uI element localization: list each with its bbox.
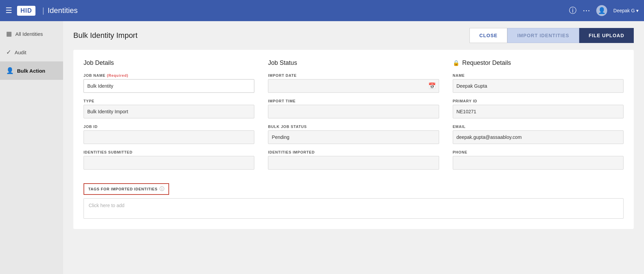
type-field: TYPE <box>84 99 254 118</box>
info-icon: ⓘ <box>160 186 164 192</box>
identities-imported-field: IDENTITIES IMPORTED <box>268 150 439 170</box>
hamburger-icon[interactable]: ☰ <box>5 6 12 15</box>
import-date-wrapper: 📅 <box>268 79 439 93</box>
primary-id-label: PRIMARY ID <box>453 99 624 103</box>
job-id-input <box>84 130 254 144</box>
job-name-input[interactable] <box>84 79 254 93</box>
check-icon: ✓ <box>6 48 11 56</box>
identities-imported-input <box>268 156 439 170</box>
import-date-input[interactable] <box>268 79 439 93</box>
avatar[interactable]: 👤 <box>596 5 607 16</box>
import-date-label: IMPORT DATE <box>268 73 439 77</box>
grid-icon: ▦ <box>6 30 12 38</box>
file-upload-button[interactable]: FILE UPLOAD <box>579 28 634 43</box>
main-content: Bulk Identity Import CLOSE IMPORT IDENTI… <box>63 21 644 274</box>
hid-logo: HID <box>17 6 35 16</box>
req-name-input <box>453 79 624 93</box>
sidebar-label-bulk-action: Bulk Action <box>17 68 45 74</box>
close-button[interactable]: CLOSE <box>469 28 507 43</box>
job-details-title: Job Details <box>84 59 254 67</box>
job-id-label: JOB ID <box>84 125 254 129</box>
nav-right: ⓘ ⋯ 👤 Deepak G ▾ <box>569 5 639 16</box>
sidebar-item-bulk-action[interactable]: 👤 Bulk Action <box>0 61 63 80</box>
phone-input <box>453 156 624 170</box>
bulk-job-status-label: BULK JOB STATUS <box>268 125 439 129</box>
identities-submitted-input <box>84 156 254 170</box>
phone-label: PHONE <box>453 150 624 154</box>
page-header: Bulk Identity Import CLOSE IMPORT IDENTI… <box>73 28 634 43</box>
job-id-field: JOB ID <box>84 125 254 144</box>
page-title: Bulk Identity Import <box>73 31 469 40</box>
app-body: ▦ All Identities ✓ Audit 👤 Bulk Action B… <box>0 21 644 274</box>
sidebar-label-audit: Audit <box>15 49 26 55</box>
apps-icon[interactable]: ⋯ <box>583 6 590 15</box>
nav-divider: | <box>42 6 44 15</box>
bulk-job-status-field: BULK JOB STATUS <box>268 125 439 144</box>
job-name-label: JOB NAME (Required) <box>84 73 254 77</box>
tags-input[interactable]: Click here to add <box>84 198 624 219</box>
email-label: EMAIL <box>453 125 624 129</box>
job-status-section: Job Status IMPORT DATE 📅 IMPORT TIME <box>268 59 439 176</box>
type-input <box>84 105 254 118</box>
tags-label: TAGS FOR IMPORTED IDENTITIES <box>88 187 158 191</box>
tags-label-box: TAGS FOR IMPORTED IDENTITIES ⓘ <box>84 183 169 195</box>
req-name-field: NAME <box>453 73 624 93</box>
job-details-section: Job Details JOB NAME (Required) TYPE <box>84 59 254 176</box>
import-identities-button[interactable]: IMPORT IDENTITIES <box>507 28 579 43</box>
identities-submitted-field: IDENTITIES SUBMITTED <box>84 150 254 170</box>
identities-imported-label: IDENTITIES IMPORTED <box>268 150 439 154</box>
person-icon: 👤 <box>6 67 14 74</box>
import-time-field: IMPORT TIME <box>268 99 439 118</box>
sidebar-item-all-identities[interactable]: ▦ All Identities <box>0 25 63 43</box>
tags-placeholder: Click here to add <box>89 203 124 208</box>
help-icon[interactable]: ⓘ <box>569 5 576 16</box>
form-card: Job Details JOB NAME (Required) TYPE <box>73 50 634 229</box>
top-nav: ☰ HID | Identities ⓘ ⋯ 👤 Deepak G ▾ <box>0 0 644 21</box>
header-actions: CLOSE IMPORT IDENTITIES FILE UPLOAD <box>469 28 634 43</box>
phone-field: PHONE <box>453 150 624 170</box>
lock-icon: 🔒 <box>453 60 460 66</box>
email-input <box>453 130 624 144</box>
form-grid: Job Details JOB NAME (Required) TYPE <box>84 59 624 176</box>
tags-section: TAGS FOR IMPORTED IDENTITIES ⓘ Click her… <box>84 183 624 219</box>
import-time-input <box>268 105 439 118</box>
import-time-label: IMPORT TIME <box>268 99 439 103</box>
req-name-label: NAME <box>453 73 624 77</box>
identities-submitted-label: IDENTITIES SUBMITTED <box>84 150 254 154</box>
job-name-field: JOB NAME (Required) <box>84 73 254 93</box>
requestor-details-section: 🔒 Requestor Details NAME PRIMARY ID EMAI… <box>453 59 624 176</box>
type-label: TYPE <box>84 99 254 103</box>
required-indicator: (Required) <box>107 73 128 77</box>
module-title: Identities <box>48 6 78 15</box>
email-field: EMAIL <box>453 125 624 144</box>
primary-id-field: PRIMARY ID <box>453 99 624 118</box>
requestor-details-title: 🔒 Requestor Details <box>453 59 624 67</box>
sidebar: ▦ All Identities ✓ Audit 👤 Bulk Action <box>0 21 63 274</box>
bulk-job-status-input <box>268 130 439 144</box>
sidebar-item-audit[interactable]: ✓ Audit <box>0 43 63 61</box>
username-label[interactable]: Deepak G ▾ <box>613 8 639 13</box>
primary-id-input <box>453 105 624 118</box>
job-status-title: Job Status <box>268 59 439 67</box>
sidebar-label-all-identities: All Identities <box>15 31 43 37</box>
import-date-field: IMPORT DATE 📅 <box>268 73 439 93</box>
